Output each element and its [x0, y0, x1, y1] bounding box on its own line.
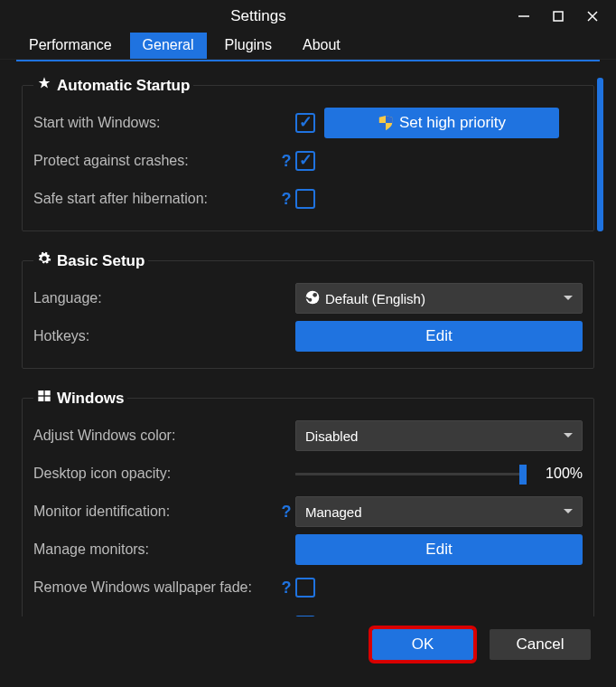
- star-icon: [37, 76, 51, 95]
- svg-rect-9: [38, 397, 43, 401]
- protect-crashes-checkbox[interactable]: [295, 151, 315, 171]
- safe-start-label: Safe start after hibernation:: [33, 191, 277, 207]
- adjust-color-value: Disabled: [305, 428, 358, 444]
- monitor-id-select[interactable]: Managed: [295, 496, 583, 527]
- language-select[interactable]: Default (English): [295, 283, 583, 314]
- help-icon[interactable]: ?: [277, 503, 295, 522]
- maximize-button[interactable]: [547, 5, 569, 27]
- aero-peek-checkbox[interactable]: [295, 616, 315, 616]
- opacity-label: Desktop icon opacity:: [33, 466, 277, 482]
- language-value: Default (English): [325, 291, 425, 306]
- tab-performance[interactable]: Performance: [16, 33, 125, 59]
- steam-icon: [305, 290, 320, 307]
- manage-monitors-edit-button[interactable]: Edit: [295, 534, 583, 565]
- monitor-id-value: Managed: [305, 504, 362, 520]
- remove-fade-checkbox[interactable]: [295, 578, 315, 598]
- adjust-color-label: Adjust Windows color:: [33, 428, 277, 444]
- content: Automatic Startup Start with Windows:: [0, 60, 616, 616]
- start-with-windows-checkbox[interactable]: [295, 113, 315, 133]
- titlebar: Settings: [0, 0, 616, 33]
- help-icon[interactable]: ?: [277, 190, 295, 209]
- cancel-button[interactable]: Cancel: [490, 629, 591, 660]
- hotkeys-label: Hotkeys:: [33, 328, 277, 344]
- section-basic: Basic Setup Language: Default (English) …: [22, 251, 594, 369]
- svg-rect-7: [38, 391, 43, 395]
- svg-point-5: [313, 293, 317, 297]
- opacity-value: 100%: [537, 466, 583, 482]
- window-title: Settings: [4, 7, 513, 25]
- monitor-id-label: Monitor identification:: [33, 503, 277, 520]
- minimize-button[interactable]: [513, 5, 535, 27]
- safe-start-checkbox[interactable]: [295, 189, 315, 209]
- set-high-priority-label: Set high priority: [399, 114, 506, 132]
- help-icon[interactable]: ?: [277, 616, 295, 617]
- protect-crashes-label: Protect against crashes:: [33, 153, 277, 169]
- section-startup: Automatic Startup Start with Windows:: [22, 76, 594, 231]
- language-label: Language:: [33, 290, 277, 306]
- scrollbar[interactable]: [597, 78, 603, 231]
- remove-fade-label: Remove Windows wallpaper fade:: [33, 579, 277, 596]
- close-button[interactable]: [582, 5, 603, 27]
- manage-monitors-label: Manage monitors:: [33, 541, 277, 558]
- set-high-priority-button[interactable]: Set high priority: [324, 108, 559, 138]
- section-basic-label: Basic Setup: [57, 252, 145, 270]
- help-icon[interactable]: ?: [277, 579, 295, 598]
- section-startup-title: Automatic Startup: [33, 76, 193, 95]
- shield-icon: [378, 115, 394, 131]
- svg-point-4: [306, 290, 320, 304]
- chevron-down-icon: [564, 509, 573, 513]
- slider-thumb[interactable]: [519, 465, 527, 485]
- windows-icon: [37, 389, 51, 408]
- svg-rect-8: [45, 391, 51, 395]
- tab-general[interactable]: General: [130, 33, 207, 59]
- gear-icon: [37, 251, 51, 270]
- opacity-slider[interactable]: [295, 473, 527, 475]
- start-with-windows-label: Start with Windows:: [33, 115, 277, 131]
- hotkeys-edit-button[interactable]: Edit: [295, 321, 583, 352]
- section-startup-label: Automatic Startup: [57, 77, 190, 95]
- section-windows: Windows Adjust Windows color: Disabled D…: [22, 389, 594, 616]
- tabs: Performance General Plugins About: [0, 33, 616, 60]
- section-windows-title: Windows: [33, 389, 127, 408]
- svg-rect-10: [45, 397, 51, 401]
- ok-button[interactable]: OK: [372, 629, 473, 660]
- chevron-down-icon: [564, 296, 573, 300]
- tab-about[interactable]: About: [290, 33, 353, 59]
- section-basic-title: Basic Setup: [33, 251, 148, 270]
- help-icon[interactable]: ?: [277, 152, 295, 171]
- tab-plugins[interactable]: Plugins: [212, 33, 285, 59]
- adjust-color-select[interactable]: Disabled: [295, 420, 583, 451]
- chevron-down-icon: [564, 433, 573, 438]
- svg-rect-1: [554, 12, 563, 21]
- footer: OK Cancel: [0, 616, 616, 660]
- section-windows-label: Windows: [57, 390, 124, 408]
